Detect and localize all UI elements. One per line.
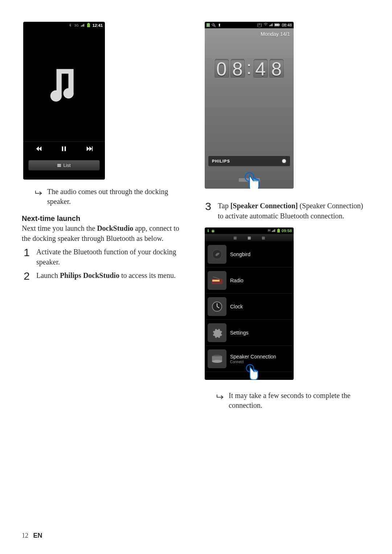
menu-label: Clock	[230, 304, 243, 309]
bluetooth-icon	[69, 23, 72, 28]
step-1: 1 Activate the Bluetooth function of you…	[22, 247, 189, 267]
step-number: 3	[203, 201, 211, 221]
menu-label: Settings	[230, 330, 249, 336]
list-icon	[57, 164, 61, 167]
music-note-icon	[48, 66, 81, 104]
status-bar: 3G 12:41	[23, 22, 105, 29]
svg-rect-8	[278, 229, 279, 229]
download-icon: ⬇	[207, 229, 210, 233]
app-name: DockStudio	[97, 224, 133, 232]
section-heading: Next-time launch	[22, 214, 189, 223]
result-note: The audio comes out through the docking …	[35, 187, 189, 206]
status-time: 09:58	[282, 229, 292, 233]
usb-icon: 🔌	[211, 23, 216, 28]
result-arrow-icon	[216, 392, 224, 412]
clock-digit: 4	[253, 59, 268, 78]
svg-line-13	[213, 277, 220, 279]
svg-rect-5	[275, 24, 279, 26]
result-text: The audio comes out through the docking …	[47, 187, 189, 206]
step-2: 2 Launch Philips DockStudio to access it…	[22, 271, 189, 282]
category-tabs[interactable]: ▦ ▦ ▦	[205, 234, 294, 241]
sd-icon	[207, 23, 210, 27]
svg-rect-3	[65, 147, 66, 151]
prev-track-icon[interactable]	[35, 145, 43, 153]
menu-label: Speaker Connection	[230, 354, 276, 360]
step-number: 2	[22, 271, 30, 282]
result-note: It may take a few seconds to complete th…	[216, 391, 370, 410]
settings-icon	[208, 323, 226, 342]
album-art-placeholder	[23, 29, 105, 141]
vibrate-icon: 📳	[257, 23, 262, 28]
clock-digit: 0	[214, 59, 229, 78]
clock-digit: 8	[230, 59, 245, 78]
svg-rect-9	[277, 229, 280, 233]
result-arrow-icon	[35, 188, 43, 208]
network-type-icon: H	[268, 229, 270, 233]
home-date: Monday 14/1	[205, 28, 294, 40]
list-button-label: List	[63, 163, 70, 168]
ui-element-label: [Speaker Connection]	[230, 202, 298, 210]
intro-paragraph: Next time you launch the DockStudio app,…	[22, 223, 189, 243]
brand-label: PHILIPS	[212, 159, 230, 163]
signal-icon	[269, 23, 273, 27]
clock-icon	[208, 297, 226, 316]
clock-digit: 8	[269, 59, 284, 78]
svg-rect-12	[212, 280, 220, 282]
app-name: Philips DockStudio	[60, 271, 119, 279]
language-code: EN	[33, 532, 42, 539]
next-track-icon[interactable]	[85, 145, 93, 153]
svg-rect-1	[87, 24, 90, 27]
menu-item-settings[interactable]: Settings	[205, 320, 294, 346]
transport-controls	[23, 141, 105, 157]
svg-point-19	[212, 360, 222, 363]
menu-label: Songbird	[230, 251, 250, 257]
list-button[interactable]: List	[28, 160, 100, 171]
step-text: Launch Philips DockStudio to access its …	[36, 271, 189, 282]
wifi-icon	[264, 23, 268, 27]
step-text: Activate the Bluetooth function of your …	[36, 247, 189, 267]
songbird-icon	[208, 245, 226, 264]
menu-item-clock[interactable]: Clock	[205, 294, 294, 320]
menu-item-radio[interactable]: Radio	[205, 267, 294, 294]
battery-icon	[277, 229, 280, 233]
page-number: 12	[22, 532, 28, 539]
screenshot-dockstudio-menu: ⬇ ◉ H 09:58 ▦ ▦ ▦	[205, 227, 294, 380]
step-text: Tap [Speaker Connection] (Speaker Connec…	[218, 201, 370, 221]
upload-icon: ⬆	[218, 23, 221, 28]
gear-icon[interactable]	[281, 158, 286, 164]
status-bar: 🔌 ⬆ 📳 08:48	[205, 22, 294, 28]
radio-icon	[208, 271, 226, 290]
screenshot-music-player: 3G 12:41	[23, 22, 105, 180]
grid-icon: ▦	[262, 236, 265, 240]
android-icon: ◉	[211, 229, 215, 233]
result-text: It may take a few seconds to complete th…	[229, 391, 370, 410]
status-time: 08:48	[282, 23, 292, 27]
menu-label: Radio	[230, 278, 244, 283]
app-menu-list: Songbird Radio Clock	[205, 241, 294, 372]
status-time: 12:41	[93, 23, 103, 28]
philips-widget-bar[interactable]: PHILIPS	[208, 156, 290, 166]
network-type-icon: 3G	[74, 24, 79, 27]
page-footer: 12 EN	[22, 532, 42, 539]
battery-icon	[87, 23, 90, 28]
svg-rect-6	[279, 24, 280, 25]
step-3: 3 Tap [Speaker Connection] (Speaker Conn…	[203, 201, 370, 221]
svg-rect-2	[62, 147, 64, 151]
svg-rect-0	[88, 23, 89, 24]
clock-widget[interactable]: 08:48	[205, 58, 294, 80]
signal-icon	[81, 23, 85, 28]
status-bar: ⬇ ◉ H 09:58	[205, 227, 294, 234]
signal-icon	[272, 229, 275, 233]
battery-icon	[274, 23, 280, 27]
menu-item-songbird[interactable]: Songbird	[205, 241, 294, 267]
grid-icon: ▦	[233, 236, 237, 240]
tap-hand-icon	[244, 362, 262, 380]
tap-hand-icon	[243, 171, 263, 189]
step-number: 1	[22, 247, 30, 267]
clock-colon: :	[246, 57, 252, 78]
pause-icon[interactable]	[60, 145, 68, 153]
speaker-icon	[208, 349, 226, 368]
screenshot-home-clock: 🔌 ⬆ 📳 08:48 Monday 14/1	[205, 22, 294, 189]
grid-icon: ▦	[248, 236, 251, 240]
